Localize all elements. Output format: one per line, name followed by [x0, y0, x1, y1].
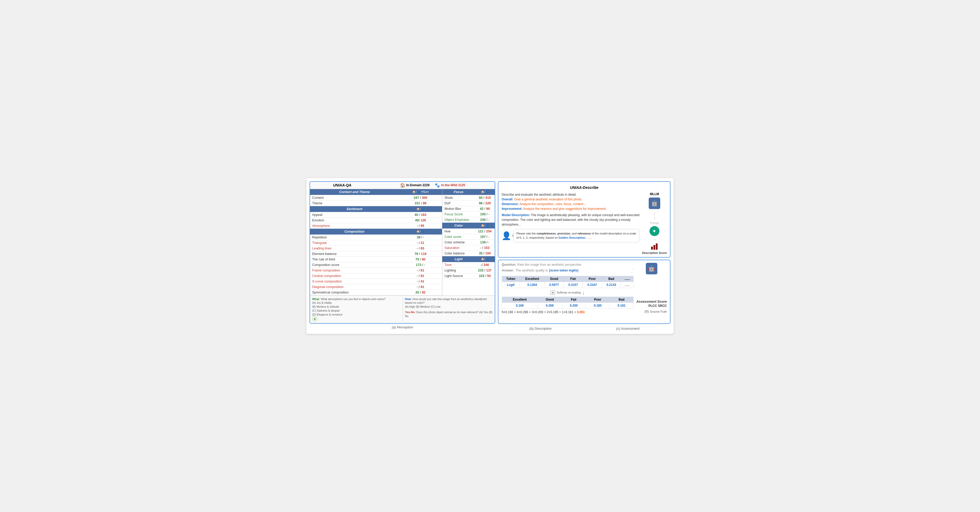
atmosphere-val: - / 95: [399, 223, 442, 229]
dof-val: 96 / 228: [475, 200, 495, 206]
num-header-1: 🏠/🐾 #Num: [399, 189, 442, 195]
uniaa-describe-title: UNIAA-Describe: [501, 184, 667, 191]
token-header: Token: [502, 276, 520, 282]
color-scheme-label: Color scheme: [442, 240, 475, 245]
desc-flow: 👤 Please rate the completeness, precisio…: [501, 229, 639, 242]
score-table: Excellent Good Fair Poor Bad 0.166 0.266: [501, 297, 633, 309]
content-row-val: 247 / 300: [399, 195, 442, 200]
logit-label: Logit: [502, 282, 520, 288]
desc-score-label: Description Score: [642, 251, 667, 254]
score-bars: [651, 243, 658, 250]
softmax-row: ⊞ Softmax re-scaling ↓: [501, 289, 633, 296]
caption-b: (b) Description: [530, 325, 552, 332]
prompt-label: Prompt: [650, 222, 659, 224]
description-box: UNIAA-Describe Describe and evaluate the…: [498, 181, 670, 258]
indomain-label: 🏠 In-Domain 2229: [400, 183, 430, 188]
person-icon: 👤: [501, 231, 511, 240]
score-bad-val: 0.181: [609, 302, 633, 308]
triangular-label: Triangular: [310, 240, 399, 245]
scurve-comp-label: S-curve composition: [310, 278, 399, 284]
right-arrow: →: [652, 238, 656, 242]
inthewild-label: 🐾 In-the-Wild 3125: [435, 183, 465, 188]
rule-of-third-label: The rule of third: [310, 256, 399, 262]
element-balance-val: 78 / 119: [399, 251, 442, 256]
hue-label: Hue: [442, 229, 475, 234]
logit-excellent: 0.1284: [520, 282, 545, 288]
score-good-header: Good: [538, 297, 562, 303]
sentiment-header: Sentiment: [310, 206, 399, 212]
main-container: UNIAA-QA 🏠 In-Domain 2229 🐾 In-the-Wild …: [306, 178, 674, 334]
rule-of-third-val: 75 / 80: [399, 256, 442, 262]
saturation-label: Saturation: [442, 245, 475, 251]
token-good: Good: [544, 276, 564, 282]
model-description: Model Description: The image is aestheti…: [501, 213, 639, 227]
lighting-label: Lighting: [442, 267, 475, 273]
hue-val: 121 / 254: [475, 229, 495, 234]
central-comp-val: - / 81: [399, 273, 442, 278]
shots-label: Shots: [442, 195, 475, 200]
qa-what: What: What atmosphere can you feel in ob…: [312, 297, 400, 321]
dof-label: DoF: [442, 200, 475, 206]
softmax-arrow: ↓: [582, 289, 585, 296]
logit-bad: 0.2143: [602, 282, 621, 288]
down-arrow: ↓: [653, 211, 655, 216]
symmetrical-comp-val: 20 / 92: [399, 289, 442, 295]
color-scheme-val: 139 / -: [475, 240, 495, 245]
formula-line: 5×0.166 + 4×0.266 + 3×0.200 + 2×0.185 + …: [501, 310, 633, 314]
light-source-val: 103 / 50: [475, 273, 495, 278]
symmetrical-comp-label: Symmetrical composition: [310, 289, 399, 295]
central-comp-label: Central composition: [310, 273, 399, 278]
scurve-comp-val: - / 41: [399, 278, 442, 284]
theme-row-val: 151 / 89: [399, 200, 442, 206]
assess-score-label: Assessment Score: [636, 299, 667, 304]
tone-label: Tone: [442, 262, 475, 267]
caption-c: (c) Assessment: [616, 325, 640, 332]
composition-header: Composition: [310, 229, 399, 234]
repetition-val: 39 / -: [399, 234, 442, 240]
qa-how: How: How would you rate this image from …: [402, 297, 493, 321]
logit-fair: 0.3157: [564, 282, 583, 288]
emotion-label: Emotion: [310, 218, 399, 223]
object-emphasis-label: Object Emphasis: [442, 217, 475, 223]
color-num-header: 🏠/🐾: [475, 223, 495, 229]
tone-val: -/ 246: [475, 262, 495, 267]
comp-score-label: Composition score: [310, 262, 399, 267]
theme-row-label: Theme: [310, 200, 399, 206]
color-score-label: Color score: [442, 234, 475, 240]
question-line: Question: Rate this image from an aesthe…: [501, 263, 633, 267]
mllm-label: MLLM: [650, 192, 659, 196]
color-balance-label: Color balance: [442, 251, 475, 256]
atmosphere-label: Atmosphere: [310, 223, 399, 229]
softmax-label: Softmax re-scaling: [557, 291, 581, 294]
light-source-label: Light Source: [442, 273, 475, 278]
focus-num-header: 🏠/🐾: [475, 189, 495, 195]
prompt-text: Describe and evaluate the aesthetic attr…: [501, 192, 639, 211]
frame-comp-label: Frame composition: [310, 267, 399, 273]
score-fair-header: Fair: [562, 297, 586, 303]
num-header-2: 🏠/🐾: [399, 206, 442, 212]
answer-line: Answer: The aesthetic quality is [score …: [501, 267, 633, 274]
logit-good: 0.5977: [544, 282, 564, 288]
score-token: [score token logits]: [549, 269, 578, 272]
assess-arrows: → ←: [631, 267, 634, 274]
color-balance-val: 35 / 100: [475, 251, 495, 256]
motion-blur-label: Motion Blur: [442, 206, 475, 211]
triangular-val: - / 21: [399, 240, 442, 245]
repetition-label: Repetition: [310, 234, 399, 240]
emotion-val: 40/ 126: [399, 218, 442, 223]
plcc-srcc-label: PLCC SRCC: [648, 304, 667, 308]
qa-examples: What: What atmosphere can you feel in ob…: [310, 295, 495, 323]
right-panel: UNIAA-Describe Describe and evaluate the…: [498, 181, 670, 331]
logit-dots: ......: [621, 282, 633, 288]
comp-score-val: 173 / -: [399, 262, 442, 267]
left-panel: UNIAA-QA 🏠 In-Domain 2229 🐾 In-the-Wild …: [310, 181, 495, 331]
lighting-val: 233 / 137: [475, 267, 495, 273]
diagonal-comp-label: Diagonal composition: [310, 284, 399, 289]
color-score-val: 197 / -: [475, 234, 495, 240]
score-excellent-val: 0.166: [502, 302, 538, 308]
logit-poor: 0.2347: [582, 282, 602, 288]
light-num-header: 🏠/🐾: [475, 256, 495, 262]
answer-bubble-a: A: [312, 316, 317, 321]
uniaa-qa-title: UNIAA-QA: [312, 183, 372, 187]
token-table: Token Excellent Good Fair Poor Bad .....…: [501, 276, 633, 288]
